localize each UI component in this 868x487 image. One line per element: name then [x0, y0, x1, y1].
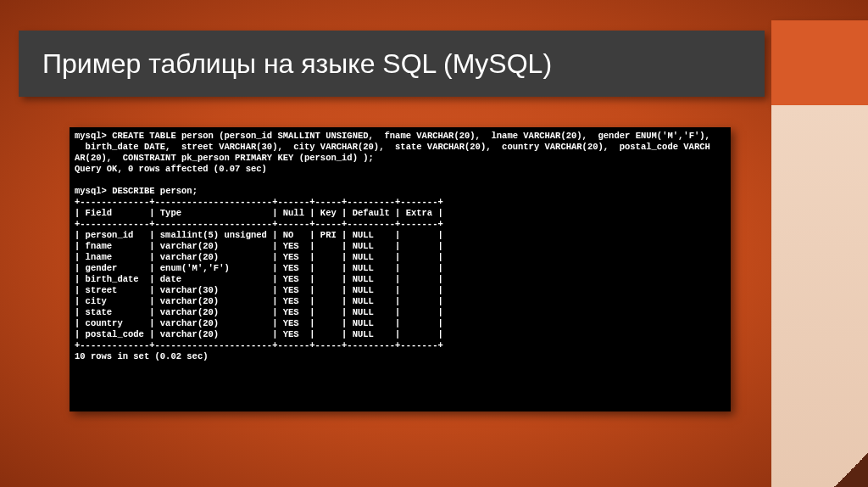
table-row: | person_id | smallint(5) unsigned | NO … — [75, 230, 443, 240]
table-row: | postal_code | varchar(20) | YES | | NU… — [75, 329, 443, 339]
right-sidebar-region — [771, 105, 868, 487]
corner-fold-decoration — [834, 453, 868, 487]
slide-header-bar: Пример таблицы на языке SQL (MySQL) — [19, 31, 765, 97]
table-header: | Field | Type | Null | Key | Default | … — [75, 208, 443, 218]
terminal-line: birth_date DATE, street VARCHAR(30), cit… — [75, 142, 710, 152]
mysql-terminal: mysql> CREATE TABLE person (person_id SM… — [70, 127, 731, 411]
terminal-line: mysql> DESCRIBE person; — [75, 186, 198, 196]
terminal-line: AR(20), CONSTRAINT pk_person PRIMARY KEY… — [75, 153, 374, 163]
terminal-line: 10 rows in set (0.02 sec) — [75, 351, 209, 361]
terminal-line: mysql> CREATE TABLE person (person_id SM… — [75, 131, 710, 141]
table-row: | street | varchar(30) | YES | | NULL | … — [75, 285, 443, 295]
table-row: | gender | enum('M','F') | YES | | NULL … — [75, 263, 443, 273]
table-row: | state | varchar(20) | YES | | NULL | | — [75, 307, 443, 317]
table-row: | city | varchar(20) | YES | | NULL | | — [75, 296, 443, 306]
header-accent-block — [771, 20, 868, 105]
slide-title: Пример таблицы на языке SQL (MySQL) — [42, 48, 552, 80]
table-border: +-------------+----------------------+--… — [75, 219, 443, 229]
table-row: | fname | varchar(20) | YES | | NULL | | — [75, 241, 443, 251]
terminal-line: Query OK, 0 rows affected (0.07 sec) — [75, 164, 267, 174]
table-border: +-------------+----------------------+--… — [75, 340, 443, 350]
table-row: | lname | varchar(20) | YES | | NULL | | — [75, 252, 443, 262]
table-row: | birth_date | date | YES | | NULL | | — [75, 274, 443, 284]
table-row: | country | varchar(20) | YES | | NULL |… — [75, 318, 443, 328]
table-border: +-------------+----------------------+--… — [75, 197, 443, 207]
